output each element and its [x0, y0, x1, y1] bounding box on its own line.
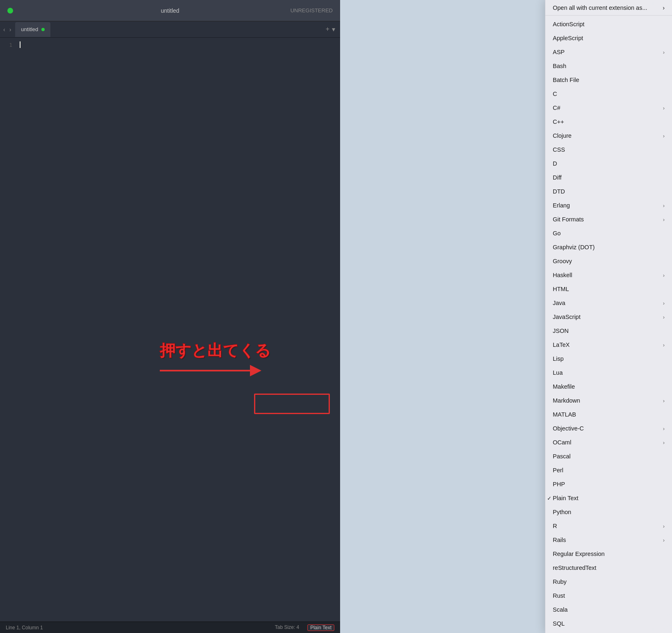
menu-item-rails[interactable]: Rails›	[545, 533, 672, 547]
menu-item-label: Bash	[553, 63, 665, 69]
menu-item-label: Rails	[553, 537, 663, 543]
menu-item-perl[interactable]: Perl	[545, 463, 672, 477]
editor-content[interactable]	[16, 38, 340, 622]
menu-item-graphviz--dot-[interactable]: Graphviz (DOT)	[545, 240, 672, 254]
menu-item-label: ActionScript	[553, 21, 665, 27]
menu-item-markdown[interactable]: Markdown›	[545, 394, 672, 408]
menu-item-restructuredtext[interactable]: reStructuredText	[545, 561, 672, 575]
menu-item-regular-expression[interactable]: Regular Expression	[545, 547, 672, 561]
menu-item-diff[interactable]: Diff	[545, 171, 672, 184]
menu-item-asp[interactable]: ASP›	[545, 45, 672, 59]
green-light[interactable]	[7, 8, 13, 14]
menu-item-rust[interactable]: Rust	[545, 589, 672, 603]
menu-item-git-formats[interactable]: Git Formats›	[545, 212, 672, 226]
menu-item-label: Rust	[553, 592, 665, 599]
menu-item-label: Perl	[553, 467, 665, 474]
menu-item-c-[interactable]: C#›	[545, 101, 672, 115]
menu-item-label: C#	[553, 105, 663, 111]
menu-item-label: reStructuredText	[553, 565, 665, 571]
menu-item-plain-text[interactable]: ✓Plain Text	[545, 491, 672, 505]
tab-bar: ‹ › untitled + ▾	[0, 21, 340, 38]
menu-item-label: Plain Text	[553, 495, 665, 501]
menu-item-label: Regular Expression	[553, 551, 665, 557]
menu-item-html[interactable]: HTML	[545, 282, 672, 296]
menu-item-javascript[interactable]: JavaScript›	[545, 310, 672, 324]
menu-item-label: C	[553, 91, 665, 97]
menu-item-label: CSS	[553, 146, 665, 153]
menu-item-ruby[interactable]: Ruby	[545, 575, 672, 589]
menu-item-bash[interactable]: Bash	[545, 59, 672, 73]
active-tab[interactable]: untitled	[15, 22, 50, 37]
menu-item-label: JSON	[553, 328, 665, 334]
editor-window: untitled UNREGISTERED ‹ › untitled + ▾ 1…	[0, 0, 340, 633]
menu-item-latex[interactable]: LaTeX›	[545, 338, 672, 352]
menu-item-d[interactable]: D	[545, 157, 672, 171]
menu-item-label: Lua	[553, 369, 665, 376]
menu-item-scala[interactable]: Scala	[545, 603, 672, 617]
open-all-with-extension-item[interactable]: Open all with current extension as... ›	[545, 0, 672, 16]
submenu-chevron-icon: ›	[663, 398, 665, 404]
menu-item-label: Ruby	[553, 578, 665, 585]
menu-item-matlab[interactable]: MATLAB	[545, 408, 672, 421]
menu-item-applescript[interactable]: AppleScript	[545, 31, 672, 45]
menu-item-c--[interactable]: C++	[545, 115, 672, 129]
menu-item-c[interactable]: C	[545, 87, 672, 101]
tab-navigation: ‹ ›	[2, 25, 13, 34]
menu-item-label: C++	[553, 118, 665, 125]
window-title: untitled	[161, 7, 179, 14]
cursor-position: Line 1, Column 1	[6, 625, 43, 631]
menu-item-dtd[interactable]: DTD	[545, 184, 672, 198]
menu-item-label: AppleScript	[553, 35, 665, 41]
menu-item-tcl[interactable]: TCL›	[545, 631, 672, 633]
menu-item-label: Makefile	[553, 383, 665, 390]
menu-item-makefile[interactable]: Makefile	[545, 380, 672, 394]
menu-item-objective-c[interactable]: Objective-C›	[545, 421, 672, 435]
add-tab-icon[interactable]: +	[326, 25, 329, 33]
tab-modified-dot	[41, 28, 45, 31]
menu-item-label: OCaml	[553, 439, 663, 446]
menu-item-label: Markdown	[553, 397, 663, 404]
language-selector-button[interactable]: Plain Text	[307, 624, 334, 631]
menu-item-erlang[interactable]: Erlang›	[545, 198, 672, 212]
submenu-chevron-icon: ›	[663, 523, 665, 529]
menu-item-php[interactable]: PHP	[545, 477, 672, 491]
tab-menu-icon[interactable]: ▾	[332, 25, 335, 33]
menu-item-batch-file[interactable]: Batch File	[545, 73, 672, 87]
submenu-chevron-icon: ›	[663, 439, 665, 446]
chevron-right-icon: ›	[663, 5, 665, 11]
menu-item-json[interactable]: JSON	[545, 324, 672, 338]
menu-item-label: Scala	[553, 606, 665, 613]
menu-item-clojure[interactable]: Clojure›	[545, 129, 672, 143]
menu-item-ocaml[interactable]: OCaml›	[545, 435, 672, 449]
menu-item-groovy[interactable]: Groovy	[545, 254, 672, 268]
menu-item-r[interactable]: R›	[545, 519, 672, 533]
submenu-chevron-icon: ›	[663, 537, 665, 543]
menu-item-sql[interactable]: SQL	[545, 617, 672, 631]
submenu-chevron-icon: ›	[663, 272, 665, 278]
tab-prev-button[interactable]: ‹	[2, 25, 7, 34]
submenu-chevron-icon: ›	[663, 49, 665, 55]
menu-item-python[interactable]: Python	[545, 505, 672, 519]
menu-item-pascal[interactable]: Pascal	[545, 449, 672, 463]
editor-body: 1	[0, 38, 340, 622]
menu-item-label: Diff	[553, 174, 665, 181]
menu-item-label: Java	[553, 300, 663, 306]
submenu-chevron-icon: ›	[663, 342, 665, 348]
menu-item-css[interactable]: CSS	[545, 143, 672, 157]
line-numbers: 1	[0, 38, 16, 622]
open-all-label: Open all with current extension as...	[553, 5, 663, 11]
menu-item-label: Erlang	[553, 202, 663, 209]
line-number-1: 1	[0, 41, 12, 49]
check-mark-icon: ✓	[547, 495, 552, 501]
menu-item-haskell[interactable]: Haskell›	[545, 268, 672, 282]
menu-item-actionscript[interactable]: ActionScript	[545, 17, 672, 31]
menu-item-label: DTD	[553, 188, 665, 195]
menu-item-label: Objective-C	[553, 425, 663, 432]
menu-item-go[interactable]: Go	[545, 226, 672, 240]
tab-next-button[interactable]: ›	[8, 25, 13, 34]
menu-item-java[interactable]: Java›	[545, 296, 672, 310]
menu-item-label: Pascal	[553, 453, 665, 460]
submenu-chevron-icon: ›	[663, 133, 665, 139]
menu-item-lua[interactable]: Lua	[545, 366, 672, 380]
menu-item-lisp[interactable]: Lisp	[545, 352, 672, 366]
